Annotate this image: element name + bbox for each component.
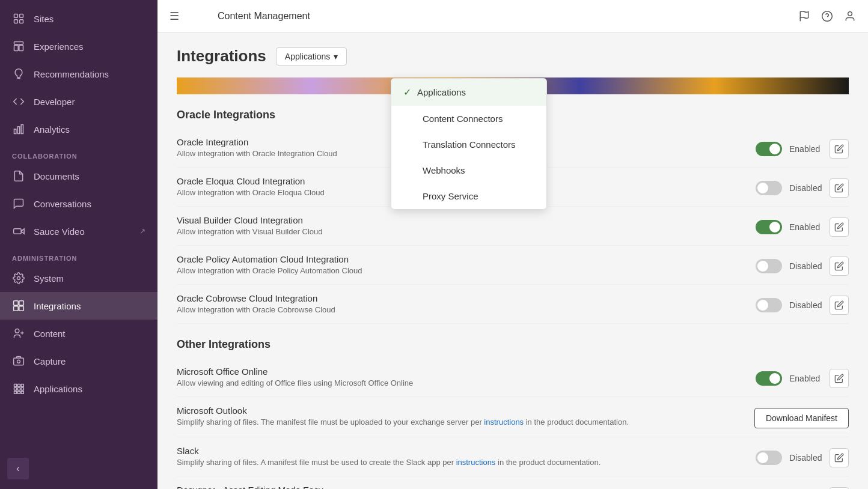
dropdown-item-label: Webhooks bbox=[423, 165, 465, 175]
dropdown-menu: ✓ Applications Content Connectors Transl… bbox=[391, 78, 547, 210]
content-area: Integrations Applications ▾ ✓ Applicatio… bbox=[157, 32, 868, 489]
dropdown-item-translation-connectors[interactable]: Translation Connectors bbox=[391, 132, 546, 157]
dropdown-item-content-connectors[interactable]: Content Connectors bbox=[391, 106, 546, 132]
main-area: ☰ Content Management Integrations Applic… bbox=[157, 0, 868, 489]
dropdown-item-label: Applications bbox=[417, 87, 466, 97]
dropdown-item-label: Translation Connectors bbox=[423, 139, 516, 150]
dropdown-item-label: Proxy Service bbox=[423, 191, 478, 201]
dropdown-item-applications[interactable]: ✓ Applications bbox=[391, 79, 546, 106]
dropdown-item-label: Content Connectors bbox=[423, 114, 503, 124]
dropdown-item-webhooks[interactable]: Webhooks bbox=[391, 157, 546, 183]
check-icon: ✓ bbox=[403, 87, 411, 98]
dropdown-item-proxy-service[interactable]: Proxy Service bbox=[391, 183, 546, 209]
